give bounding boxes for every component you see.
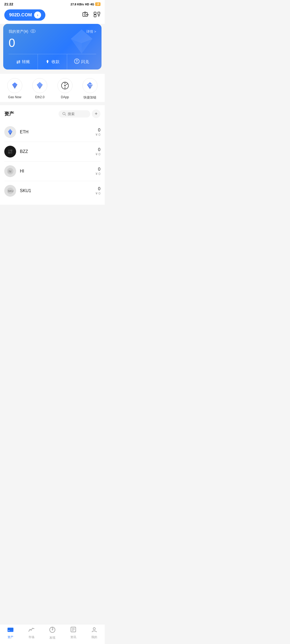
brand-arrow: ›: [34, 12, 41, 19]
scan-icon[interactable]: [93, 11, 100, 19]
dapp-label: DApp: [61, 95, 69, 99]
svg-rect-6: [94, 15, 96, 17]
bzz-amount: 0: [96, 147, 100, 152]
hi-balance: 0 ¥ 0: [96, 167, 100, 176]
arrow-right-icon: ›: [37, 13, 38, 17]
quick-item-dapp[interactable]: DApp: [57, 78, 73, 100]
bzz-logo: [4, 146, 16, 158]
bzz-name: BZZ: [20, 149, 96, 154]
add-chain-label: 快捷加链: [84, 95, 96, 100]
dapp-icon-wrap: [57, 78, 73, 93]
receive-button[interactable]: 收款: [38, 54, 67, 69]
assets-header: 资产 +: [4, 109, 100, 118]
eth2-label: Eth2.0: [35, 95, 45, 99]
swap-label: 闪兑: [81, 59, 89, 64]
add-asset-button[interactable]: +: [92, 109, 100, 118]
quick-item-add-chain[interactable]: EVM ∧∨ 快捷加链: [82, 78, 97, 100]
asset-label-wrap: 我的资产(¥): [9, 29, 36, 34]
header: 902D.COM ›: [0, 7, 105, 24]
transfer-icon: ⇄: [16, 59, 20, 65]
bzz-cny: ¥ 0: [96, 152, 100, 156]
svg-text:∧∨: ∧∨: [89, 85, 92, 87]
svg-point-27: [64, 85, 66, 86]
quick-item-eth2[interactable]: Eth2.0: [32, 78, 47, 100]
sku1-cny: ¥ 0: [96, 191, 100, 195]
header-actions: [82, 11, 100, 19]
svg-rect-4: [94, 12, 96, 14]
battery-icon: 18: [95, 2, 100, 6]
details-link[interactable]: 详情 >: [86, 29, 96, 34]
asset-label-text: 我的资产(¥): [9, 29, 28, 34]
eth-balance: 0 ¥ 0: [96, 128, 100, 137]
network-speed: 27.8 KB/s: [71, 3, 84, 6]
svg-line-30: [66, 84, 68, 85]
eth-name: ETH: [20, 130, 96, 134]
svg-point-17: [76, 60, 78, 61]
gas-now-label: Gas Now: [8, 95, 21, 99]
token-item-hi[interactable]: hi HI 0 ¥ 0: [4, 162, 100, 181]
hi-name: HI: [20, 169, 96, 174]
asset-actions: ⇄ 转账 收款 闪兑: [9, 54, 96, 69]
status-indicators: 27.8 KB/s HD 4G 18: [71, 2, 100, 6]
transfer-button[interactable]: ⇄ 转账: [9, 54, 38, 69]
svg-line-37: [65, 115, 66, 116]
sku1-balance: 0 ¥ 0: [96, 186, 100, 195]
svg-text:hi: hi: [9, 170, 12, 173]
add-chain-icon-wrap: EVM ∧∨: [82, 78, 97, 93]
svg-point-14: [32, 30, 34, 32]
hi-cny: ¥ 0: [96, 172, 100, 176]
svg-marker-15: [46, 60, 49, 63]
token-item-bzz[interactable]: BZZ 0 ¥ 0: [4, 142, 100, 162]
signal-badge: 4G: [90, 3, 94, 6]
receive-icon: [45, 59, 50, 65]
sku1-amount: 0: [96, 186, 100, 191]
transfer-label: 转账: [22, 59, 30, 64]
token-item-eth[interactable]: ETH 0 ¥ 0: [4, 122, 100, 142]
assets-title: 资产: [4, 111, 14, 117]
swap-icon: [74, 58, 79, 65]
receive-label: 收款: [52, 59, 60, 64]
eth-amount: 0: [96, 128, 100, 133]
brand-button[interactable]: 902D.COM ›: [4, 9, 45, 21]
search-bar: +: [59, 109, 100, 118]
search-icon: [62, 112, 66, 116]
quick-item-gas-now[interactable]: Gas Now: [7, 78, 22, 100]
assets-section: 资产 + ETH: [0, 105, 105, 205]
sku1-name: SKU1: [20, 188, 96, 193]
status-bar: 21:22 27.8 KB/s HD 4G 18: [0, 0, 105, 7]
svg-rect-5: [98, 12, 100, 14]
eth2-icon-wrap: [32, 78, 47, 93]
token-item-sku1[interactable]: SKU SKU1 0 ¥ 0: [4, 181, 100, 200]
svg-rect-0: [83, 13, 88, 16]
svg-point-47: [9, 151, 11, 152]
quick-access: Gas Now Eth2.0 DApp: [0, 74, 105, 102]
asset-card: 我的资产(¥) 详情 > 0 ⇄ 转账 收款: [3, 24, 102, 69]
brand-name: 902D.COM: [9, 12, 32, 18]
hd-badge: HD: [85, 3, 89, 6]
swap-button[interactable]: 闪兑: [67, 54, 96, 69]
eth-logo: [4, 126, 16, 138]
eth-cny: ¥ 0: [96, 133, 100, 137]
search-input-wrap: [59, 110, 90, 118]
svg-point-13: [31, 30, 35, 33]
add-wallet-icon[interactable]: [82, 11, 89, 19]
bzz-balance: 0 ¥ 0: [96, 147, 100, 156]
gas-now-icon-wrap: [7, 78, 22, 93]
svg-point-1: [84, 14, 86, 16]
sku1-logo: SKU: [4, 185, 16, 197]
search-input[interactable]: [68, 112, 86, 116]
token-list: ETH 0 ¥ 0 BZZ 0 ¥ 0: [4, 122, 100, 200]
hi-logo: hi: [4, 165, 16, 177]
svg-text:SKU: SKU: [8, 190, 13, 193]
hi-amount: 0: [96, 167, 100, 172]
status-time: 21:22: [4, 2, 13, 6]
eye-icon[interactable]: [30, 29, 36, 34]
